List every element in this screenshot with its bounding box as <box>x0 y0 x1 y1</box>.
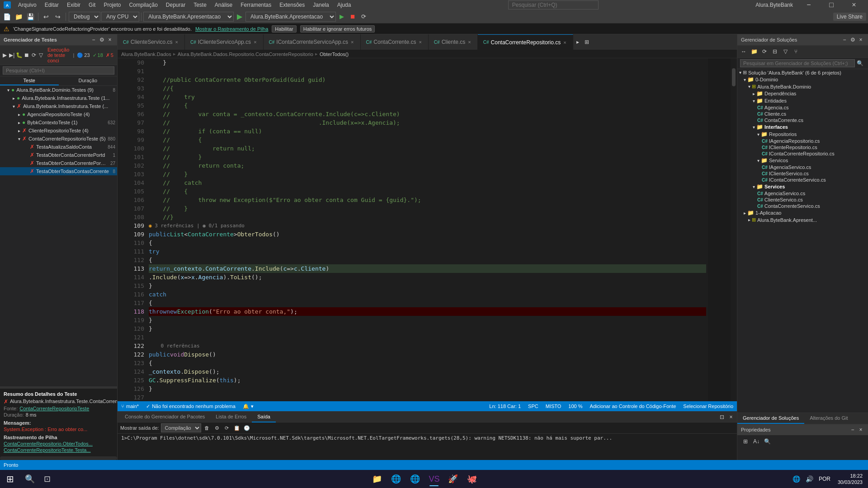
tray-volume-icon[interactable]: 🔊 <box>804 474 815 484</box>
show-all-files-btn[interactable]: 📁 <box>750 47 759 56</box>
tree-services-folder[interactable]: ▾ 📁 Services <box>737 183 868 190</box>
taskbar-task-view[interactable]: ⊡ <box>39 471 55 487</box>
open-file-btn[interactable]: 📁 <box>14 12 24 22</box>
menu-ajuda[interactable]: Ajuda <box>334 1 355 9</box>
list-item[interactable]: ✗ TestaObterContaCorrentePorVa... 27 <box>0 159 117 167</box>
menu-git[interactable]: Git <box>85 1 99 9</box>
minimize-button[interactable]: − <box>798 0 819 10</box>
taskbar-github[interactable]: 🐙 <box>463 471 481 487</box>
props-pin-btn[interactable]: − <box>849 426 856 433</box>
output-source-select[interactable]: Compilação <box>161 423 201 432</box>
taskbar-edge[interactable]: 🌐 <box>406 471 424 487</box>
bc-repositorio[interactable]: Alura.ByteBank.Dados.Repositorio.ContaCo… <box>178 52 313 57</box>
status-filter[interactable]: 🔔 ▾ <box>243 404 254 409</box>
menu-exibir[interactable]: Exibir <box>63 1 84 9</box>
word-wrap-btn[interactable]: ⟳ <box>223 424 231 432</box>
list-item[interactable]: ✗ TestaObterContaCorrentePortd 1 <box>0 151 117 159</box>
tray-network-icon[interactable]: 🌐 <box>791 474 802 484</box>
undo-btn[interactable]: ↩ <box>41 12 51 22</box>
list-item[interactable]: ▸ ● AgenciaRepositorioTeste (4) <box>0 110 117 118</box>
find-in-output-btn[interactable]: ⚙ <box>213 424 221 432</box>
debug-run-btn[interactable]: ▶ <box>337 12 347 22</box>
tabs-options-btn[interactable]: ⊞ <box>582 34 591 50</box>
tree-agencia-cs[interactable]: C# Agencia.cs <box>737 104 868 111</box>
run-selected-tests-btn[interactable]: ▶| <box>9 51 15 60</box>
menu-depurar[interactable]: Depurar <box>162 1 189 9</box>
cursor-position[interactable]: Ln: 118 Car: 1 <box>489 404 521 409</box>
debug-target-dropdown[interactable]: Alura.ByteBank.Apresentacao <box>245 12 336 22</box>
tree-clienteservico-cs[interactable]: C# ClienteServico.cs <box>737 197 868 203</box>
tree-dominio-project[interactable]: ▾ ⊞ Alura.ByteBank.Dominio <box>737 83 868 90</box>
tab-solution-explorer[interactable]: Gerenciador de Soluções <box>737 413 804 424</box>
global-search-input[interactable] <box>508 0 599 9</box>
menu-janela[interactable]: Janela <box>309 1 332 9</box>
tree-solution[interactable]: ▾ ⊞ Solução 'Alura.ByteBank' (6 de 6 pro… <box>737 69 868 76</box>
tab-package-console[interactable]: Console do Gerenciador de Pacotes <box>119 412 210 422</box>
status-git[interactable]: ⑂ main* <box>121 404 139 409</box>
zoom-level[interactable]: 100 % <box>568 404 582 409</box>
test-tab-test[interactable]: Teste <box>0 76 59 85</box>
list-item[interactable]: ▸ ● BybkContextoTeste (1) 632 <box>0 118 117 127</box>
filter-btn[interactable]: ▽ <box>781 47 790 56</box>
tab-iclienteservicoapp[interactable]: C# IClienteServicoApp.cs × <box>185 34 264 50</box>
startup-project-dropdown[interactable]: Alura.ByteBank.Apresentacao <box>143 12 234 22</box>
tab-error-list[interactable]: Lista de Erros <box>210 412 252 422</box>
menu-ferramentas[interactable]: Ferramentas <box>237 1 275 9</box>
tree-0-dominio-folder[interactable]: ▾ 📁 0-Dominio <box>737 76 868 83</box>
git-changes-btn[interactable]: ⑂ <box>791 47 800 56</box>
menu-arquivo[interactable]: Arquivo <box>14 1 40 9</box>
menu-compilacao[interactable]: Compilação <box>125 1 161 9</box>
stack-link-2[interactable]: ContaCorrenteRepositorioTeste.Testa... <box>4 447 91 453</box>
tree-entidades[interactable]: ▾ 📁 Entidades <box>737 97 868 104</box>
taskbar-chrome[interactable]: 🌐 <box>387 471 405 487</box>
debug-stop-btn[interactable]: ⏹ <box>348 12 358 22</box>
debug-step-btn[interactable]: ⟳ <box>359 12 368 22</box>
solution-close-btn[interactable]: × <box>857 36 864 43</box>
clear-output-btn[interactable]: 🗑 <box>203 424 211 432</box>
float-panel-btn[interactable]: ⊡ <box>718 413 726 421</box>
tab-cliente[interactable]: C# Cliente.cs × <box>429 34 478 50</box>
menu-editar[interactable]: Editar <box>41 1 62 9</box>
taskbar-visual-studio[interactable]: VS <box>425 471 443 487</box>
run-button[interactable]: ▶ <box>235 12 245 22</box>
language-mode[interactable]: MISTO <box>546 404 561 409</box>
list-item[interactable]: ▸ ● Alura.Bytebank.Infraestrutura.Teste … <box>0 94 117 102</box>
redo-btn[interactable]: ↪ <box>53 12 63 22</box>
props-category-btn[interactable]: ⊞ <box>741 437 750 446</box>
tree-contacorrente-cs[interactable]: C# ContaCorrente.cs <box>737 117 868 123</box>
tree-iclienteservico-cs[interactable]: C# IClienteServico.cs <box>737 170 868 177</box>
tree-cliente-cs[interactable]: C# Cliente.cs <box>737 111 868 117</box>
tree-iclienterepositorio-cs[interactable]: C# IClienteRepositorio.cs <box>737 144 868 150</box>
tab-close-btn[interactable]: × <box>418 39 422 45</box>
tab-clienteservico[interactable]: C# ClienteServico.cs × <box>118 34 185 50</box>
menu-analise[interactable]: Análise <box>211 1 236 9</box>
tree-icontacorrenterepositorio-cs[interactable]: C# IContaCorrenteRepositorio.cs <box>737 150 868 157</box>
live-share-button[interactable]: Live Share <box>833 13 866 21</box>
tree-icontacorrenteservico-cs[interactable]: C# IContaCorrenteServico.cs <box>737 177 868 183</box>
vertical-scrollbar[interactable] <box>731 58 737 401</box>
new-file-btn[interactable]: 📄 <box>2 12 12 22</box>
tree-repositorios-folder[interactable]: ▾ 📁 Repositorios <box>737 131 868 138</box>
close-bottom-btn[interactable]: × <box>727 413 735 421</box>
tab-close-btn[interactable]: × <box>467 39 472 45</box>
collapse-all-btn[interactable]: ⊟ <box>770 47 779 56</box>
tab-close-btn[interactable]: × <box>350 39 354 45</box>
stack-trace-link[interactable]: Mostrar o Rastreamento de Pilha <box>195 26 268 32</box>
list-item[interactable]: ▾ ● Alura.ByteBank.Dominio.Testes (9) 8 <box>0 86 117 94</box>
sync-with-editor-btn[interactable]: ↔ <box>739 47 748 56</box>
tab-contacorrenterepositorio[interactable]: C# ContaCorrenteRepositorio.cs × <box>478 34 573 50</box>
enable-button[interactable]: Habilitar <box>272 25 296 33</box>
tree-servicos-folder[interactable]: ▾ 📁 Servicos <box>737 157 868 164</box>
tree-iagenciarepositorio-cs[interactable]: C# IAgenciaRepositorio.cs <box>737 138 868 144</box>
stack-link-1[interactable]: ContaCorrenteRepositorio.ObterTodos... <box>4 441 93 446</box>
timestamp-btn[interactable]: 🕐 <box>243 424 251 432</box>
solution-settings-btn[interactable]: ⚙ <box>849 36 856 43</box>
props-alpha-btn[interactable]: A↓ <box>752 437 761 446</box>
tabs-scroll-right[interactable]: ▸ <box>573 34 582 50</box>
taskbar-file-explorer[interactable]: 📁 <box>368 471 386 487</box>
tree-agenciaservico-cs[interactable]: C# AgenciaServico.cs <box>737 190 868 197</box>
tab-output[interactable]: Saída <box>252 412 276 422</box>
props-search-btn[interactable]: 🔍 <box>763 437 772 446</box>
refresh-btn[interactable]: ⟳ <box>760 47 769 56</box>
tab-icontacorrenteservicoapp[interactable]: C# IContaCorrenteServicoApp.cs × <box>264 34 361 50</box>
